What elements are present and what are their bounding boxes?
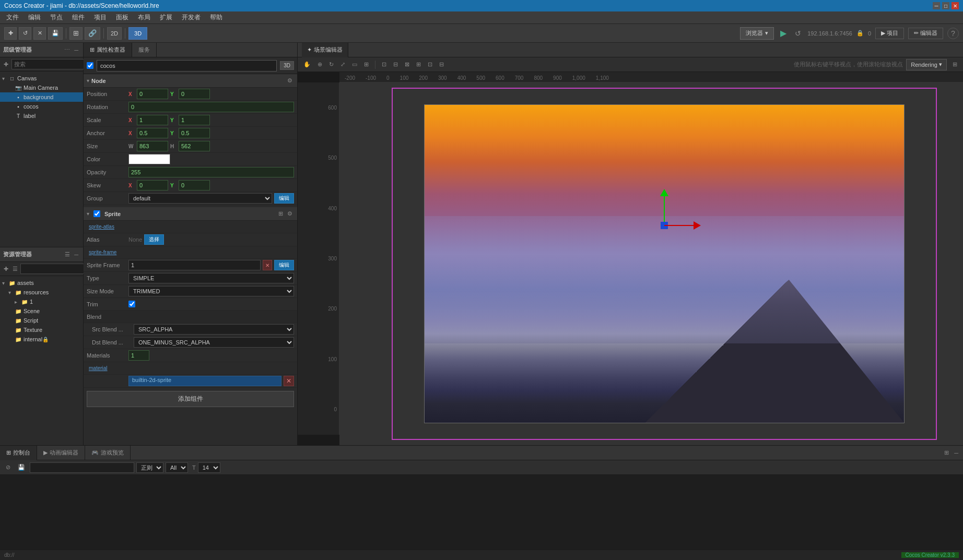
maximize-btn[interactable]: □ — [942, 2, 949, 9]
d3-btn[interactable]: 3D — [128, 27, 147, 40]
console-filter-input[interactable] — [30, 462, 134, 473]
group-edit-btn[interactable]: 编辑 — [274, 193, 294, 204]
src-blend-select[interactable]: SRC_ALPHA — [134, 324, 294, 335]
node-active-checkbox[interactable] — [87, 62, 93, 69]
tool-extra3[interactable]: ⊠ — [402, 59, 412, 70]
bottom-minimize-btn[interactable]: ─ — [953, 449, 960, 457]
scene-canvas[interactable]: -200 -100 0 100 200 300 400 500 600 700 … — [298, 72, 963, 445]
asset-item-internal[interactable]: 📁 internal 🔒 — [0, 335, 83, 344]
save-btn[interactable]: 💾 — [48, 27, 63, 40]
asset-add-btn[interactable]: ✚ — [2, 265, 10, 273]
color-swatch[interactable] — [128, 154, 170, 164]
help-btn[interactable]: ? — [947, 28, 959, 39]
menu-node[interactable]: 节点 — [46, 12, 67, 23]
dst-blend-select[interactable]: ONE_MINUS_SRC_ALPHA — [134, 337, 294, 348]
tool-extra2[interactable]: ⊟ — [391, 59, 401, 70]
node-section-header[interactable]: ▾ Node ⚙ — [84, 74, 297, 88]
play-btn[interactable]: ▶ — [778, 28, 789, 38]
rotation-input[interactable] — [128, 102, 294, 112]
asset-item-resources[interactable]: ▾ 📁 resources — [0, 288, 83, 297]
tool-rect[interactable]: ▭ — [349, 59, 360, 70]
anchor-x-input[interactable] — [137, 128, 168, 138]
link-btn[interactable]: 🔗 — [85, 27, 100, 40]
console-save-btn[interactable]: 💾 — [15, 462, 28, 473]
tree-item-main-camera[interactable]: 📷 Main Camera — [0, 83, 83, 92]
asset-settings-btn[interactable]: ☰ — [63, 251, 72, 258]
tool-scale[interactable]: ⤢ — [338, 59, 348, 70]
menu-component[interactable]: 组件 — [68, 12, 89, 23]
size-w-input[interactable] — [137, 141, 168, 151]
font-size-select[interactable]: 14 — [198, 462, 220, 473]
tree-item-label[interactable]: T label — [0, 111, 83, 121]
node-settings-btn[interactable]: ⚙ — [286, 77, 294, 85]
node-name-input[interactable] — [97, 60, 277, 72]
hierarchy-add-btn[interactable]: ✚ — [2, 61, 10, 68]
hierarchy-search-input[interactable] — [11, 59, 89, 69]
tool-rotate[interactable]: ↻ — [326, 59, 336, 70]
anchor-y-input[interactable] — [179, 128, 210, 138]
material-remove-btn[interactable]: ✕ — [284, 376, 294, 386]
size-h-input[interactable] — [179, 141, 210, 151]
tool-extra6[interactable]: ⊟ — [437, 59, 447, 70]
console-clear-btn[interactable]: ⊘ — [3, 462, 13, 473]
minimize-btn[interactable]: ─ — [933, 2, 940, 9]
scene-editor-tab[interactable]: ✦ 场景编辑器 — [302, 43, 348, 57]
sprite-frame-edit-btn[interactable]: 编辑 — [274, 260, 294, 270]
sprite-atlas-link[interactable]: sprite-atlas — [89, 224, 114, 230]
material-link[interactable]: material — [89, 365, 108, 371]
menu-edit[interactable]: 编辑 — [24, 12, 45, 23]
maximize-scene-btn[interactable]: ⊞ — [950, 59, 960, 70]
scale-y-input[interactable] — [179, 115, 210, 125]
hierarchy-settings-btn[interactable]: ⋯ — [63, 46, 72, 54]
menu-project[interactable]: 项目 — [90, 12, 111, 23]
refresh-btn[interactable]: ↺ — [19, 27, 31, 40]
add-node-btn[interactable]: ✚ — [4, 27, 17, 40]
step-btn[interactable]: ↺ — [793, 29, 803, 38]
position-x-input[interactable] — [137, 89, 168, 99]
close-all-btn[interactable]: ✕ — [33, 27, 46, 40]
sprite-move-btn[interactable]: ⊞ — [277, 210, 285, 218]
close-btn[interactable]: ✕ — [952, 2, 959, 9]
tool-extra1[interactable]: ⊡ — [379, 59, 389, 70]
project-btn[interactable]: ▶ 项目 — [875, 28, 904, 39]
group-select[interactable]: default — [128, 193, 272, 204]
asset-item-scene[interactable]: 📁 Scene — [0, 306, 83, 316]
build-btn[interactable]: ⊞ — [69, 27, 83, 40]
console-all-select[interactable]: All — [166, 462, 188, 473]
asset-item-assets[interactable]: ▾ 📁 assets — [0, 278, 83, 288]
tool-move[interactable]: ⊕ — [315, 59, 325, 70]
hierarchy-collapse-btn[interactable]: ─ — [73, 46, 80, 54]
browser-btn[interactable]: 浏览器 ▾ — [740, 27, 774, 40]
asset-item-script[interactable]: 📁 Script — [0, 316, 83, 325]
materials-count-input[interactable] — [128, 350, 149, 361]
tab-services[interactable]: 服务 — [132, 43, 157, 57]
tree-item-canvas[interactable]: ▾ □ Canvas — [0, 74, 83, 83]
asset-collapse-btn[interactable]: ─ — [73, 251, 80, 258]
size-mode-select[interactable]: TRIMMED CUSTOM RAW — [128, 286, 294, 296]
menu-extend[interactable]: 扩展 — [156, 12, 177, 23]
opacity-input[interactable] — [128, 167, 294, 177]
menu-developer[interactable]: 开发者 — [178, 12, 205, 23]
menu-panel[interactable]: 面板 — [112, 12, 133, 23]
sprite-section-header[interactable]: ▾ Sprite ⊞ ⚙ — [84, 207, 297, 221]
inspector-3d-btn[interactable]: 3D — [280, 61, 294, 70]
atlas-select-btn[interactable]: 选择 — [144, 234, 164, 245]
asset-list-btn[interactable]: ☰ — [11, 265, 19, 273]
tool-pan[interactable]: ✋ — [301, 59, 313, 70]
asset-item-1[interactable]: ▸ 📁 1 — [0, 297, 83, 306]
trim-checkbox[interactable] — [128, 301, 135, 307]
rendering-btn[interactable]: Rendering ▾ — [906, 59, 947, 70]
tool-anchor[interactable]: ⊞ — [361, 59, 371, 70]
tool-extra5[interactable]: ⊡ — [425, 59, 435, 70]
tab-console[interactable]: ⊞ 控制台 — [0, 446, 37, 460]
tree-item-background[interactable]: ▪ background — [0, 92, 83, 102]
menu-file[interactable]: 文件 — [2, 12, 23, 23]
tool-extra4[interactable]: ⊞ — [414, 59, 424, 70]
add-component-btn[interactable]: 添加组件 — [87, 391, 294, 407]
sprite-settings-btn[interactable]: ⚙ — [286, 210, 294, 218]
material-item-input[interactable]: builtin-2d-sprite — [128, 376, 281, 386]
d2-btn[interactable]: 2D — [107, 27, 122, 40]
menu-layout[interactable]: 布局 — [134, 12, 155, 23]
skew-x-input[interactable] — [137, 180, 168, 190]
position-y-input[interactable] — [179, 89, 210, 99]
